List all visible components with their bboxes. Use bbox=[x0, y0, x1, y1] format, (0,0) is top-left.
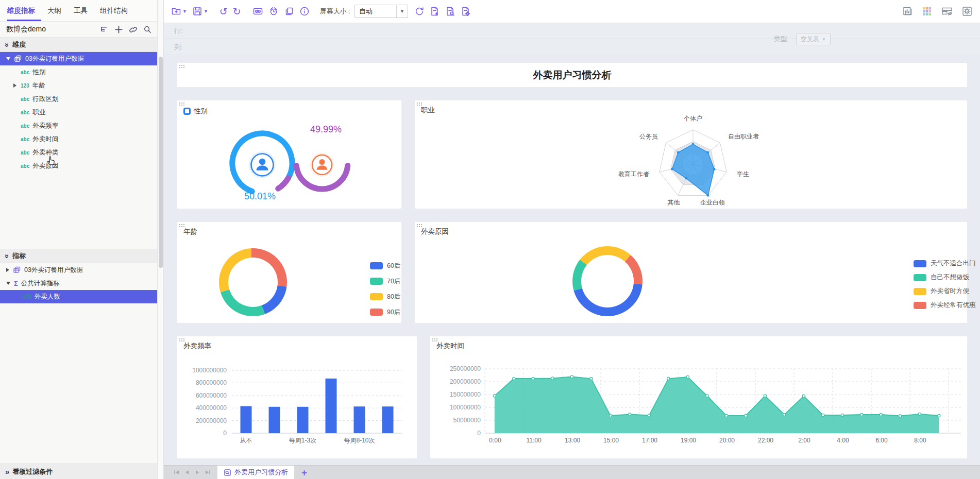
info-button[interactable] bbox=[299, 6, 310, 16]
tab-outline[interactable]: 大纲 bbox=[47, 6, 61, 15]
add-sheet-button[interactable]: + bbox=[301, 468, 307, 477]
last-sheet-button[interactable] bbox=[204, 469, 211, 476]
drag-handle-icon[interactable] bbox=[416, 102, 422, 106]
new-file-button[interactable]: ▼ bbox=[171, 6, 187, 16]
first-sheet-button[interactable] bbox=[173, 469, 180, 476]
data-point[interactable] bbox=[706, 395, 708, 397]
title-card[interactable]: 外卖用户习惯分析 bbox=[177, 62, 968, 88]
legend-item[interactable]: 天气不适合出门 bbox=[914, 256, 976, 270]
radar-point[interactable] bbox=[706, 151, 709, 154]
data-point[interactable] bbox=[899, 415, 902, 417]
radar-point[interactable] bbox=[671, 168, 673, 170]
row-shelf[interactable]: 行: bbox=[164, 23, 980, 39]
radar-point[interactable] bbox=[685, 177, 688, 180]
data-point[interactable] bbox=[764, 395, 766, 397]
legend-item[interactable]: 60后 bbox=[370, 258, 400, 273]
data-point[interactable] bbox=[841, 414, 843, 416]
reason-donut-chart[interactable] bbox=[572, 246, 643, 316]
data-point[interactable] bbox=[629, 413, 631, 416]
chevron-down-icon[interactable]: ▼ bbox=[182, 9, 187, 14]
chart-pages-icon[interactable] bbox=[902, 6, 913, 17]
bar[interactable] bbox=[354, 406, 365, 433]
radar-point[interactable] bbox=[707, 194, 709, 197]
scrollbar-thumb[interactable] bbox=[159, 57, 163, 268]
bar[interactable] bbox=[241, 406, 252, 434]
data-point[interactable] bbox=[570, 375, 573, 378]
tab-tools[interactable]: 工具 bbox=[74, 6, 88, 15]
legend-item[interactable]: 80后 bbox=[370, 289, 400, 304]
bar[interactable] bbox=[326, 379, 337, 433]
male-arc-tail[interactable] bbox=[278, 178, 289, 189]
panel-hide-icon[interactable] bbox=[941, 6, 953, 17]
legend-item[interactable]: 外卖经常有优惠 bbox=[914, 298, 976, 312]
time-chart-card[interactable]: 外卖时间 05000000010000000015000000020000000… bbox=[430, 336, 968, 459]
redo-button[interactable]: ↻ bbox=[233, 7, 241, 16]
chart-type-select[interactable]: 交叉表 ▼ bbox=[796, 33, 831, 45]
alarm-button[interactable] bbox=[268, 6, 279, 16]
metrics-header[interactable]: » 指标 bbox=[0, 249, 157, 263]
gender-chart-card[interactable]: 性别 bbox=[177, 100, 402, 209]
data-point[interactable] bbox=[802, 395, 805, 397]
dimension-field[interactable]: abc外卖原因 bbox=[0, 159, 157, 173]
data-point[interactable] bbox=[667, 377, 670, 380]
data-point[interactable] bbox=[590, 377, 593, 380]
plus-icon[interactable] bbox=[114, 25, 123, 34]
doc-search-button[interactable] bbox=[445, 6, 455, 16]
doc-settings-button[interactable] bbox=[461, 6, 471, 16]
dimension-field[interactable]: abc外卖时间 bbox=[0, 132, 157, 146]
data-point[interactable] bbox=[648, 414, 650, 417]
data-point[interactable] bbox=[745, 414, 747, 417]
frequency-bar-chart[interactable]: 0200000000400000000600000000800000000100… bbox=[177, 336, 418, 459]
age-donut-chart[interactable] bbox=[219, 248, 287, 316]
bar[interactable] bbox=[297, 407, 309, 433]
dimension-field[interactable]: 123年龄 bbox=[0, 79, 157, 92]
data-point[interactable] bbox=[860, 413, 863, 416]
refresh-button[interactable] bbox=[414, 6, 425, 16]
bar[interactable] bbox=[269, 407, 280, 433]
dataset-node[interactable]: 03外卖订餐用户数据 bbox=[0, 52, 157, 65]
sidebar-scrollbar[interactable] bbox=[158, 0, 164, 479]
data-point[interactable] bbox=[532, 377, 534, 380]
link-view-button[interactable] bbox=[252, 6, 263, 16]
color-grid-icon[interactable] bbox=[921, 6, 933, 17]
dimension-field[interactable]: abc职业 bbox=[0, 106, 157, 119]
data-point[interactable] bbox=[551, 377, 554, 380]
doc-add-button[interactable] bbox=[430, 6, 440, 16]
data-point[interactable] bbox=[513, 377, 515, 380]
caret-right-icon[interactable] bbox=[13, 83, 16, 88]
dimension-field[interactable]: abc行政区划 bbox=[0, 92, 157, 106]
drag-handle-icon[interactable] bbox=[179, 224, 184, 227]
search-icon[interactable] bbox=[143, 25, 152, 34]
flow-icon[interactable] bbox=[100, 25, 109, 34]
drag-handle-icon[interactable] bbox=[179, 338, 184, 341]
occupation-radar-chart[interactable]: 个体户自由职业者学生企业白领其他教育工作者公务员 bbox=[415, 100, 968, 210]
column-shelf[interactable]: 列: bbox=[164, 39, 980, 55]
tab-component-structure[interactable]: 组件结构 bbox=[100, 6, 128, 15]
dimension-field[interactable]: abc外卖种类 bbox=[0, 146, 157, 159]
data-point[interactable] bbox=[725, 414, 728, 417]
metrics-dataset-node[interactable]: 03外卖订餐用户数据 bbox=[0, 263, 157, 277]
radar-point[interactable] bbox=[713, 168, 716, 170]
radar-point[interactable] bbox=[677, 151, 680, 154]
next-sheet-button[interactable] bbox=[194, 469, 201, 476]
legend-item[interactable]: 外卖省时方便 bbox=[914, 284, 976, 298]
data-point[interactable] bbox=[918, 413, 921, 415]
legend-symbol-icon[interactable] bbox=[183, 108, 191, 115]
chevron-down-icon[interactable]: ▼ bbox=[204, 9, 208, 14]
prev-sheet-button[interactable] bbox=[183, 469, 191, 476]
copy-doc-button[interactable] bbox=[284, 6, 294, 16]
reason-chart-card[interactable]: 外卖原因 天气不适合出门自己不想做饭外卖省时方便外卖经常有优惠 bbox=[414, 221, 968, 323]
data-point[interactable] bbox=[783, 413, 786, 416]
radar-point[interactable] bbox=[692, 143, 695, 146]
legend-item[interactable]: 90后 bbox=[370, 304, 400, 320]
caret-down-icon[interactable] bbox=[6, 57, 10, 60]
dimension-field[interactable]: abc外卖频率 bbox=[0, 119, 157, 132]
data-point[interactable] bbox=[880, 413, 882, 416]
dimensions-header[interactable]: » 维度 bbox=[0, 38, 157, 52]
board-filter-bar[interactable]: » 看板过滤条件 bbox=[0, 464, 157, 479]
drag-handle-icon[interactable] bbox=[416, 224, 422, 227]
legend-item[interactable]: 自己不想做饭 bbox=[914, 270, 976, 284]
tab-dimensions-metrics[interactable]: 维度指标 bbox=[7, 6, 35, 15]
data-point[interactable] bbox=[686, 375, 689, 378]
caret-down-icon[interactable] bbox=[6, 282, 10, 285]
